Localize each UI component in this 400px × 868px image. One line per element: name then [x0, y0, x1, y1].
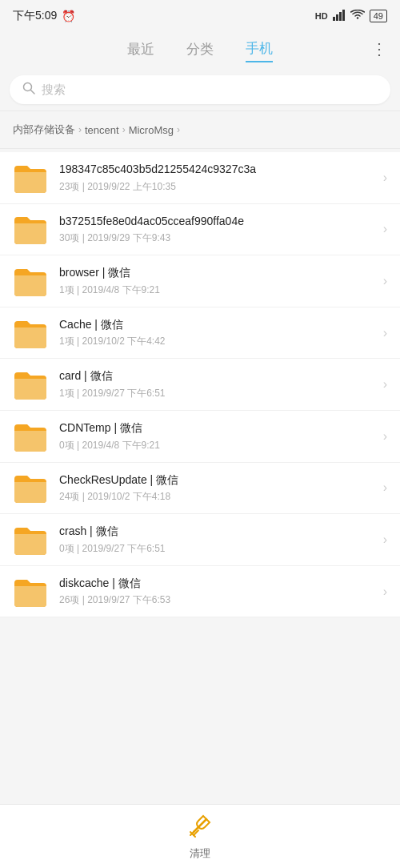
breadcrumb-item-0[interactable]: 内部存储设备 — [13, 123, 75, 137]
file-list: 198347c85c403b5d21255424c9327c3a 23项 | 2… — [0, 152, 400, 617]
file-name-0: 198347c85c403b5d21255424c9327c3a — [59, 162, 377, 178]
folder-icon-2 — [13, 266, 48, 296]
folder-icon-4 — [13, 369, 48, 400]
file-meta-4: 1项 | 2019/9/27 下午6:51 — [59, 387, 377, 400]
chevron-icon-6: › — [383, 480, 387, 495]
tab-bar: 最近 分类 手机 ⋮ — [0, 29, 400, 69]
chevron-icon-7: › — [383, 532, 387, 547]
battery-icon: 49 — [370, 10, 387, 22]
file-meta-5: 0项 | 2019/4/8 下午9:21 — [59, 439, 377, 452]
breadcrumb-item-2[interactable]: MicroMsg — [129, 124, 174, 136]
signal-icon — [333, 10, 346, 23]
file-item-3[interactable]: Cache | 微信 1项 | 2019/10/2 下午4:42 › — [0, 307, 400, 360]
status-bar: 下午5:09 ⏰ HD 49 — [0, 0, 400, 29]
tab-recent[interactable]: 最近 — [127, 37, 154, 62]
file-meta-6: 24项 | 2019/10/2 下午4:18 — [59, 490, 377, 504]
chevron-icon-5: › — [383, 429, 387, 444]
svg-line-5 — [31, 90, 35, 94]
search-icon — [22, 82, 35, 98]
svg-rect-2 — [339, 12, 342, 21]
chevron-icon-8: › — [383, 585, 387, 599]
clean-label: 清理 — [190, 846, 210, 861]
breadcrumb-sep-1: › — [122, 124, 126, 135]
time-display: 下午5:09 — [13, 9, 57, 23]
clean-icon — [187, 813, 213, 843]
file-info-4: card | 微信 1项 | 2019/9/27 下午6:51 — [59, 368, 377, 400]
file-name-2: browser | 微信 — [59, 265, 377, 281]
file-info-8: diskcache | 微信 26项 | 2019/9/27 下午6:53 — [59, 576, 377, 608]
svg-rect-1 — [336, 14, 338, 21]
file-meta-3: 1项 | 2019/10/2 下午4:42 — [59, 335, 377, 348]
svg-rect-3 — [342, 10, 345, 21]
breadcrumb-sep-2: › — [177, 124, 180, 135]
more-menu-icon[interactable]: ⋮ — [371, 39, 387, 58]
folder-icon-1 — [13, 214, 48, 244]
file-info-3: Cache | 微信 1项 | 2019/10/2 下午4:42 — [59, 317, 377, 349]
folder-icon-0 — [13, 163, 48, 193]
chevron-icon-0: › — [383, 171, 387, 185]
breadcrumb: 内部存储设备 › tencent › MicroMsg › — [0, 115, 400, 145]
chevron-icon-4: › — [383, 377, 387, 392]
svg-rect-0 — [333, 17, 335, 21]
folder-icon-3 — [13, 318, 48, 348]
folder-icon-8 — [13, 577, 48, 607]
file-meta-8: 26项 | 2019/9/27 下午6:53 — [59, 593, 377, 607]
status-left: 下午5:09 ⏰ — [13, 9, 75, 23]
file-item-6[interactable]: CheckResUpdate | 微信 24项 | 2019/10/2 下午4:… — [0, 463, 400, 515]
search-placeholder: 搜索 — [42, 82, 66, 98]
file-item-2[interactable]: browser | 微信 1项 | 2019/4/8 下午9:21 › — [0, 255, 400, 307]
hd-indicator: HD — [315, 11, 328, 21]
bottom-bar: 清理 — [0, 804, 400, 868]
clean-action[interactable]: 清理 — [187, 813, 213, 861]
wifi-icon — [350, 10, 365, 22]
folder-icon-7 — [13, 524, 48, 555]
breadcrumb-sep-0: › — [78, 124, 82, 135]
file-info-1: b372515fe8e0d4ac05cceaf990ffa04e 30项 | 2… — [59, 214, 377, 246]
file-name-1: b372515fe8e0d4ac05cceaf990ffa04e — [59, 214, 377, 230]
status-right: HD 49 — [315, 10, 387, 23]
file-info-5: CDNTemp | 微信 0项 | 2019/4/8 下午9:21 — [59, 420, 377, 452]
tab-phone[interactable]: 手机 — [246, 36, 273, 62]
file-info-0: 198347c85c403b5d21255424c9327c3a 23项 | 2… — [59, 162, 377, 194]
file-info-6: CheckResUpdate | 微信 24项 | 2019/10/2 下午4:… — [59, 472, 377, 504]
chevron-icon-3: › — [383, 326, 387, 340]
file-info-7: crash | 微信 0项 | 2019/9/27 下午6:51 — [59, 524, 377, 556]
file-item-8[interactable]: diskcache | 微信 26项 | 2019/9/27 下午6:53 › — [0, 566, 400, 618]
divider-breadcrumb — [0, 148, 400, 149]
file-name-6: CheckResUpdate | 微信 — [59, 472, 377, 488]
file-name-3: Cache | 微信 — [59, 317, 377, 333]
file-item-0[interactable]: 198347c85c403b5d21255424c9327c3a 23项 | 2… — [0, 152, 400, 204]
chevron-icon-1: › — [383, 222, 387, 236]
folder-icon-6 — [13, 472, 48, 503]
file-meta-2: 1项 | 2019/4/8 下午9:21 — [59, 283, 377, 297]
file-name-4: card | 微信 — [59, 368, 377, 384]
tab-category[interactable]: 分类 — [186, 37, 214, 62]
file-item-7[interactable]: crash | 微信 0项 | 2019/9/27 下午6:51 › — [0, 514, 400, 566]
file-item-5[interactable]: CDNTemp | 微信 0项 | 2019/4/8 下午9:21 › — [0, 411, 400, 463]
file-item-4[interactable]: card | 微信 1项 | 2019/9/27 下午6:51 › — [0, 359, 400, 411]
file-meta-0: 23项 | 2019/9/22 上午10:35 — [59, 180, 377, 194]
file-name-8: diskcache | 微信 — [59, 576, 377, 592]
alarm-icon: ⏰ — [62, 10, 75, 22]
file-info-2: browser | 微信 1项 | 2019/4/8 下午9:21 — [59, 265, 377, 297]
chevron-icon-2: › — [383, 274, 387, 288]
divider-top — [0, 111, 400, 111]
file-meta-7: 0项 | 2019/9/27 下午6:51 — [59, 542, 377, 556]
file-name-5: CDNTemp | 微信 — [59, 420, 377, 436]
file-name-7: crash | 微信 — [59, 524, 377, 540]
search-bar[interactable]: 搜索 — [10, 75, 390, 104]
folder-icon-5 — [13, 421, 48, 452]
breadcrumb-item-1[interactable]: tencent — [85, 124, 119, 136]
file-item-1[interactable]: b372515fe8e0d4ac05cceaf990ffa04e 30项 | 2… — [0, 204, 400, 256]
file-meta-1: 30项 | 2019/9/29 下午9:43 — [59, 231, 377, 245]
